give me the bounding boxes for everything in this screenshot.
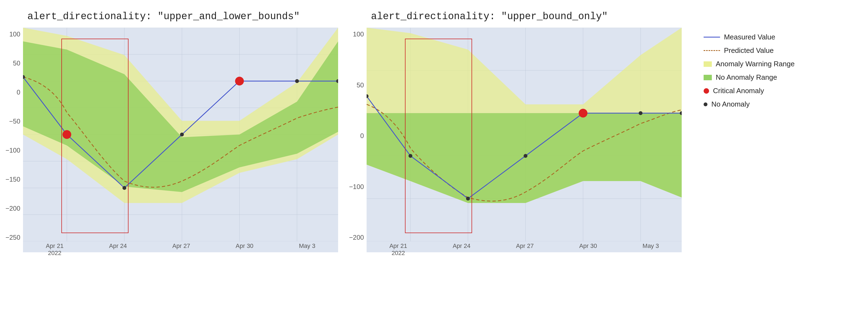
chart1-container: 100 50 0 −50 −100 −150 −200 −250: [5, 28, 338, 252]
chart1-title: alert_directionality: "upper_and_lower_b…: [27, 11, 300, 22]
svg-point-19: [122, 186, 126, 190]
warning-range-icon: [704, 61, 712, 67]
svg-point-41: [639, 111, 643, 115]
y-label: −100: [5, 147, 20, 154]
y-label: −100: [349, 183, 364, 191]
x-label: Apr 24: [109, 242, 127, 250]
chart1-x-axis: Apr 212022 Apr 24 Apr 27 Apr 30 May 3: [23, 241, 338, 252]
legend-measured-label: Measured Value: [724, 33, 775, 41]
y-label: 100: [353, 30, 364, 38]
no-anomaly-icon: [704, 102, 708, 106]
svg-point-40: [524, 154, 527, 158]
svg-point-36: [579, 109, 587, 118]
svg-marker-15: [23, 41, 338, 192]
x-label: Apr 27: [516, 242, 534, 250]
chart1-area: Apr 212022 Apr 24 Apr 27 Apr 30 May 3: [23, 28, 338, 252]
legend-predicted-label: Predicted Value: [724, 46, 774, 55]
chart1-svg: [23, 28, 338, 241]
y-label: 0: [360, 132, 364, 140]
x-label: May 3: [299, 242, 315, 250]
x-label: May 3: [643, 242, 659, 250]
chart2-section: alert_directionality: "upper_bound_only"…: [349, 11, 682, 252]
legend-no-anomaly-range-label: No Anomaly Range: [716, 73, 777, 82]
chart2-title: alert_directionality: "upper_bound_only": [371, 11, 608, 22]
x-label: Apr 30: [579, 242, 597, 250]
chart1-y-axis: 100 50 0 −50 −100 −150 −200 −250: [5, 28, 23, 252]
legend-no-anomaly: No Anomaly: [704, 100, 795, 109]
svg-point-20: [180, 132, 184, 136]
y-label: −200: [349, 234, 364, 241]
legend-no-anomaly-range: No Anomaly Range: [704, 73, 795, 82]
legend-critical-label: Critical Anomaly: [713, 87, 764, 95]
svg-point-16: [62, 130, 71, 139]
x-label: Apr 27: [172, 242, 190, 250]
y-label: −50: [9, 118, 20, 125]
x-label: Apr 24: [453, 242, 470, 250]
y-label: −200: [5, 205, 20, 212]
critical-anomaly-icon: [704, 88, 709, 94]
y-label: 100: [9, 30, 20, 38]
svg-point-17: [235, 77, 244, 86]
y-label: 50: [13, 59, 20, 67]
charts-container: alert_directionality: "upper_and_lower_b…: [5, 11, 795, 252]
svg-point-38: [408, 154, 412, 158]
chart2-x-axis: Apr 212022 Apr 24 Apr 27 Apr 30 May 3: [367, 241, 682, 252]
no-anomaly-range-icon: [704, 75, 712, 80]
y-label: −150: [5, 176, 20, 183]
chart2-container: 100 50 0 −100 −200: [349, 28, 682, 252]
chart2-area: Apr 212022 Apr 24 Apr 27 Apr 30 May 3: [367, 28, 682, 252]
svg-point-21: [295, 79, 299, 83]
legend-critical-anomaly: Critical Anomaly: [704, 87, 795, 95]
legend-predicted-value: Predicted Value: [704, 46, 795, 55]
y-label: 50: [356, 81, 364, 89]
legend-no-anomaly-label: No Anomaly: [711, 100, 750, 109]
legend-measured-value: Measured Value: [704, 33, 795, 41]
chart2-svg: [367, 28, 682, 241]
y-label: −250: [5, 234, 20, 241]
measured-value-icon: [704, 37, 720, 37]
chart1-section: alert_directionality: "upper_and_lower_b…: [5, 11, 338, 252]
svg-point-39: [466, 197, 470, 200]
x-label: Apr 212022: [46, 242, 64, 257]
x-label: Apr 212022: [389, 242, 407, 257]
legend-warning-label: Anomaly Warning Range: [716, 60, 795, 68]
chart2-y-axis: 100 50 0 −100 −200: [349, 28, 367, 252]
y-label: 0: [17, 89, 20, 96]
x-label: Apr 30: [236, 242, 253, 250]
legend-section: Measured Value Predicted Value Anomaly W…: [693, 11, 795, 109]
predicted-value-icon: [704, 50, 720, 51]
legend-warning-range: Anomaly Warning Range: [704, 60, 795, 68]
